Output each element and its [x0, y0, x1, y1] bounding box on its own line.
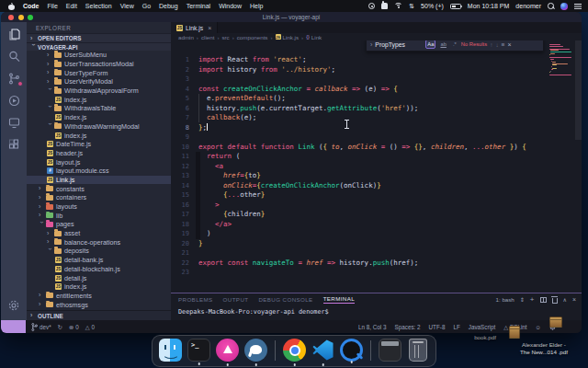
code-line-12[interactable]: 12 <a: [171, 162, 545, 172]
breadcrumb-link[interactable]: {}Link: [306, 34, 322, 40]
code-line-2[interactable]: 2import history from '../history';: [171, 65, 545, 75]
code-line-16[interactable]: 16 >: [171, 201, 545, 211]
code-line-10[interactable]: 10export default function Link ({ to, on…: [171, 143, 545, 153]
find-expand-icon[interactable]: ›: [370, 41, 372, 48]
close-window-button[interactable]: [8, 15, 14, 20]
maximize-panel-icon[interactable]: ∧: [563, 296, 567, 303]
match-case-button[interactable]: Aa: [425, 40, 435, 49]
code-line-23[interactable]: 23: [171, 268, 545, 278]
tab-linkjs[interactable]: JS Link.js ×: [171, 22, 218, 33]
warnings-item[interactable]: △ 0: [85, 324, 95, 330]
tree-item-Link.js[interactable]: JSLink.js: [27, 176, 171, 185]
panel-tab-problems[interactable]: PROBLEMS: [178, 296, 213, 303]
breadcrumb-link.js[interactable]: JSLink.js: [276, 34, 300, 40]
code-line-14[interactable]: 14 onClick={createOnClickAnchor(onClick)…: [171, 181, 545, 191]
code-line-21[interactable]: 21: [171, 248, 545, 259]
code-line-6[interactable]: 6 history.push(e.currentTarget.getAttrib…: [171, 104, 545, 114]
panel-tab-output[interactable]: OUTPUT: [223, 296, 249, 303]
open-editors-section[interactable]: › OPEN EDITORS: [27, 33, 171, 42]
breadcrumb-components[interactable]: components: [237, 34, 268, 40]
workspace-root-section[interactable]: › VOYAGER-API: [27, 42, 171, 51]
dock-vscode-icon[interactable]: [311, 339, 334, 362]
updown-icon[interactable]: ⇅: [409, 3, 414, 9]
tree-item-deposits[interactable]: ›deposits: [27, 247, 171, 256]
menu-window[interactable]: Window: [219, 3, 242, 9]
tab-close-icon[interactable]: ×: [208, 25, 211, 31]
menu-help[interactable]: Help: [250, 3, 263, 9]
settings-gear-icon[interactable]: [7, 299, 21, 313]
tree-item-asset[interactable]: ›asset: [27, 229, 171, 238]
shell-selector[interactable]: 1: bash: [496, 296, 514, 303]
menu-terminal[interactable]: Terminal: [187, 3, 210, 9]
tree-item-index.js[interactable]: JSindex.js: [27, 282, 171, 292]
code-line-19[interactable]: 19 ): [171, 229, 545, 239]
remote-indicator[interactable]: [1, 320, 26, 333]
tree-item-ethosmsgs[interactable]: ›ethosmsgs: [27, 300, 171, 309]
errors-item[interactable]: ⊗ 0: [69, 324, 79, 330]
outline-section[interactable]: › OUTLINE: [27, 310, 171, 320]
explorer-icon[interactable]: [7, 28, 21, 41]
desktop-file-icon[interactable]: [549, 316, 562, 328]
desktop-file-label-book[interactable]: book.pdf: [458, 334, 512, 341]
dock-finder-icon[interactable]: [159, 339, 182, 362]
desktop-file-icon[interactable]: [509, 326, 520, 339]
siri-icon[interactable]: [560, 3, 568, 10]
dock-chrome-icon[interactable]: [283, 339, 306, 362]
code-line-20[interactable]: 20}: [171, 239, 545, 249]
split-terminal-icon[interactable]: [540, 297, 547, 303]
menu-file[interactable]: File: [48, 3, 58, 9]
whole-word-button[interactable]: ab: [438, 40, 447, 49]
tree-item-pages[interactable]: ›pages: [27, 220, 171, 229]
panel-tab-debug-console[interactable]: DEBUG CONSOLE: [258, 296, 312, 303]
code-line-1[interactable]: 1import React from 'react';: [171, 55, 545, 65]
code-line-8[interactable]: 8};: [171, 123, 545, 133]
panel-tab-terminal[interactable]: TERMINAL: [323, 295, 356, 304]
sync-button[interactable]: ↻: [58, 324, 62, 330]
feedback-smiley-icon[interactable]: ☺: [536, 324, 541, 330]
find-in-selection-icon[interactable]: ≡: [502, 41, 505, 48]
menu-selection[interactable]: Selection: [85, 3, 112, 9]
find-input[interactable]: PropTypes: [375, 41, 423, 48]
tree-item-layout.js[interactable]: JSlayout.js: [27, 157, 171, 167]
code-line-7[interactable]: 7 callback(e);: [171, 113, 545, 123]
menu-edit[interactable]: Edit: [66, 3, 77, 9]
shell-dropdown-icon[interactable]: ⇕: [520, 296, 525, 303]
code-line-17[interactable]: 17 {children}: [171, 210, 545, 220]
menu-go[interactable]: Go: [142, 3, 151, 9]
code-line-9[interactable]: 9: [171, 132, 545, 143]
apple-logo-icon[interactable]: [8, 3, 15, 10]
code-line-18[interactable]: 18 </a>: [171, 220, 545, 230]
source-control-icon[interactable]: [7, 72, 21, 86]
code-editor[interactable]: › PropTypes Aa ab .* No Results ↑ ↓ ≡ × …: [171, 40, 582, 293]
code-line-15[interactable]: 15 {...other}: [171, 190, 545, 201]
cursor-position-item[interactable]: Ln 8, Col 3: [358, 324, 386, 330]
tree-item-header.js[interactable]: JSheader.js: [27, 149, 171, 158]
menu-debug[interactable]: Debug: [159, 3, 178, 9]
encoding-item[interactable]: UTF-8: [429, 324, 446, 330]
menu-view[interactable]: View: [120, 3, 134, 9]
code-line-11[interactable]: 11 return (: [171, 152, 545, 162]
debug-icon[interactable]: [7, 94, 21, 108]
dock-graphql-icon[interactable]: [216, 339, 239, 362]
find-previous-icon[interactable]: ↑: [490, 41, 492, 48]
find-close-icon[interactable]: ×: [507, 41, 511, 48]
wifi-icon[interactable]: [394, 3, 402, 9]
tree-item-index.js[interactable]: JSindex.js: [27, 113, 171, 122]
menu-clock[interactable]: Mon 10:18 PM: [468, 3, 510, 9]
breadcrumb-client[interactable]: client: [201, 34, 214, 40]
tree-item-WithdrawalsTable[interactable]: ›WithdrawalsTable: [27, 104, 171, 113]
close-panel-icon[interactable]: ×: [572, 296, 576, 303]
regex-button[interactable]: .*: [451, 40, 458, 49]
code-line-13[interactable]: 13 href={to}: [171, 171, 545, 181]
record-circle-icon[interactable]: [368, 3, 375, 9]
tree-item-WithdrawalApprovalForm[interactable]: ›WithdrawalApprovalForm: [27, 86, 171, 96]
code-line-4[interactable]: 4const createOnClickAnchor = callback =>…: [171, 85, 545, 95]
tree-item-UserTransactionsModal[interactable]: ›UserTransactionsModal: [27, 60, 171, 69]
dock-window-icon[interactable]: [379, 339, 401, 362]
dock-postgres-icon[interactable]: [244, 339, 267, 362]
tree-item-WithdrawalWarningModal[interactable]: ›WithdrawalWarningModal: [27, 122, 171, 132]
tree-item-detail-blockchain.js[interactable]: JSdetail-blockchain.js: [27, 265, 171, 274]
tree-item-index.js[interactable]: JSindex.js: [27, 95, 171, 104]
git-branch-item[interactable]: dev*: [31, 323, 51, 331]
tree-item-containers[interactable]: ›containers: [27, 193, 171, 202]
